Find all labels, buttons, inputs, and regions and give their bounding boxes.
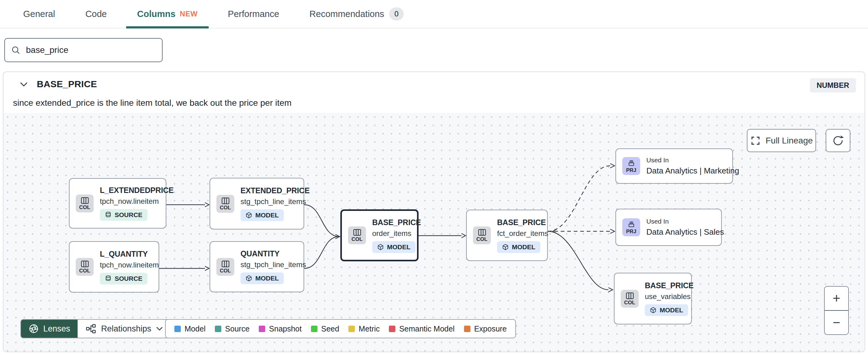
- search-input[interactable]: [26, 45, 156, 55]
- tab-general[interactable]: General: [12, 0, 66, 28]
- relationships-dropdown[interactable]: Relationships: [78, 320, 171, 338]
- lineage-node-extended-price[interactable]: COL EXTENDED_PRICE stg_tpch_line_items M…: [210, 178, 304, 230]
- relationships-icon: [86, 323, 96, 334]
- column-name: BASE_PRICE: [37, 79, 97, 89]
- full-lineage-button[interactable]: Full Lineage: [747, 129, 816, 152]
- column-type-badge: NUMBER: [810, 78, 856, 92]
- column-search: [4, 38, 163, 62]
- zoom-in-button[interactable]: +: [825, 287, 848, 311]
- node-title: L_QUANTITY: [100, 249, 148, 259]
- badge-label: MODEL: [255, 275, 279, 282]
- lineage-node-l-extendedprice[interactable]: COL L_EXTENDEDPRICE tpch_now.lineitem SO…: [69, 178, 166, 229]
- node-subtitle: stg_tpch_line_items: [241, 260, 306, 269]
- kind-label: COL: [220, 205, 231, 210]
- legend-swatch: [389, 326, 395, 332]
- legend-item-snapshot: Snapshot: [259, 324, 302, 333]
- resource-type-badge: SOURCE: [100, 273, 148, 285]
- legend-swatch: [348, 326, 355, 332]
- column-description: since extended_price is the line item to…: [3, 98, 865, 108]
- used-in-label: Used In: [646, 218, 669, 225]
- tab-label: Code: [85, 9, 106, 19]
- tab-label: Performance: [228, 9, 279, 19]
- full-lineage-label: Full Lineage: [766, 136, 813, 146]
- column-header-row: BASE_PRICE NUMBER: [3, 72, 865, 96]
- legend-item-semantic-model: Semantic Model: [389, 324, 455, 333]
- kind-label: PRJ: [626, 168, 636, 173]
- lineage-node-used-in-sales[interactable]: PRJ Used In Data Analytics | Sales: [616, 209, 722, 246]
- tab-label: Columns: [137, 9, 176, 19]
- column-lineage-page: { "tabs": { "items": [ { "label": "Gener…: [0, 0, 868, 355]
- database-icon: [105, 211, 112, 218]
- legend-label: Metric: [359, 324, 380, 333]
- node-title: BASE_PRICE: [372, 218, 421, 227]
- lineage-node-base-price-order-items[interactable]: COL BASE_PRICE order_items MODEL: [340, 209, 418, 261]
- legend-swatch: [464, 326, 470, 332]
- column-kind-icon: COL: [76, 258, 94, 276]
- legend-swatch: [259, 326, 265, 332]
- chevron-down-icon: [156, 327, 163, 331]
- badge-label: MODEL: [512, 243, 535, 251]
- legend-item-seed: Seed: [311, 324, 339, 333]
- cube-icon: [650, 307, 657, 314]
- lineage-node-base-price-use-variables[interactable]: COL BASE_PRICE use_variables MODEL: [614, 273, 692, 324]
- column-kind-icon: COL: [76, 195, 94, 212]
- legend-swatch: [311, 326, 317, 332]
- lineage-node-l-quantity[interactable]: COL L_QUANTITY tpch_now.lineitem SOURCE: [69, 241, 159, 293]
- recommendations-count-badge: 0: [389, 7, 404, 21]
- cube-icon: [377, 244, 384, 250]
- cube-icon: [245, 212, 252, 218]
- legend-item-exposure: Exposure: [464, 324, 507, 333]
- badge-label: SOURCE: [115, 211, 143, 218]
- tab-columns[interactable]: Columns NEW: [126, 0, 209, 28]
- tab-label: General: [23, 9, 55, 19]
- node-subtitle: fct_order_items: [497, 229, 548, 238]
- node-subtitle: stg_tpch_line_items: [241, 197, 306, 206]
- node-title: L_EXTENDEDPRICE: [100, 186, 174, 195]
- lineage-node-base-price-fct-order-items[interactable]: COL BASE_PRICE fct_order_items MODEL: [466, 210, 548, 261]
- badge-label: SOURCE: [115, 275, 143, 282]
- lenses-button[interactable]: Lenses: [21, 320, 78, 338]
- refresh-icon: [832, 135, 844, 147]
- column-kind-icon: COL: [473, 226, 491, 244]
- tab-recommendations[interactable]: Recommendations 0: [298, 0, 415, 28]
- legend-label: Exposure: [474, 324, 507, 333]
- legend-label: Snapshot: [269, 324, 302, 333]
- relationships-label: Relationships: [101, 324, 151, 334]
- tab-code[interactable]: Code: [74, 0, 118, 28]
- legend-label: Semantic Model: [399, 324, 455, 333]
- node-subtitle: use_variables: [645, 292, 690, 301]
- lineage-node-quantity[interactable]: COL QUANTITY stg_tpch_line_items MODEL: [210, 241, 304, 292]
- aperture-icon: [28, 323, 39, 334]
- badge-label: MODEL: [387, 243, 410, 251]
- node-title: QUANTITY: [241, 249, 279, 258]
- legend-label: Seed: [321, 324, 339, 333]
- expand-icon: [750, 136, 761, 146]
- tab-bar: General Code Columns NEW Performance Rec…: [0, 0, 868, 28]
- node-subtitle: tpch_now.lineitem: [100, 261, 159, 269]
- badge-label: MODEL: [255, 211, 279, 219]
- legend-swatch: [174, 326, 181, 332]
- resource-type-badge: MODEL: [645, 304, 688, 316]
- resource-type-badge: MODEL: [497, 241, 540, 253]
- legend-label: Source: [225, 324, 249, 333]
- cube-icon: [245, 275, 252, 282]
- legend-item-model: Model: [174, 324, 206, 333]
- project-kind-icon: PRJ: [622, 157, 640, 175]
- lineage-edges: [3, 113, 865, 352]
- zoom-controls: + −: [824, 286, 849, 335]
- legend-item-source: Source: [215, 324, 249, 333]
- node-title: BASE_PRICE: [497, 218, 546, 227]
- kind-label: COL: [476, 237, 488, 242]
- lineage-canvas[interactable]: Full Lineage + − COL L_EXTENDEDPRICE tpc…: [3, 113, 865, 352]
- lenses-label: Lenses: [43, 324, 70, 334]
- chevron-down-icon[interactable]: [20, 82, 28, 87]
- used-in-label: Used In: [646, 156, 669, 164]
- legend-swatch: [215, 326, 221, 332]
- resource-type-badge: MODEL: [372, 241, 415, 253]
- database-icon: [105, 275, 112, 282]
- kind-label: COL: [79, 205, 90, 210]
- tab-performance[interactable]: Performance: [217, 0, 290, 28]
- lineage-node-used-in-marketing[interactable]: PRJ Used In Data Analytics | Marketing: [616, 148, 733, 184]
- zoom-out-button[interactable]: −: [825, 311, 848, 334]
- refresh-button[interactable]: [826, 129, 850, 152]
